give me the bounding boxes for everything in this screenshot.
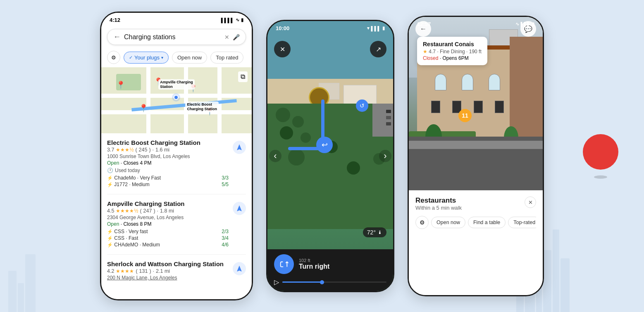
tree-2 [292, 116, 304, 128]
result-info-2: Ampville Charging Station 4.5 ★★★★½ (247… [107, 200, 229, 248]
wifi-icon-2: ▾ [367, 26, 370, 31]
nav-icon-1[interactable] [233, 141, 246, 154]
search-bar-container: Charging stations ✕ 🎤 [101, 26, 252, 48]
charger-row-2c: CHAdeMO · Medium 4/6 [107, 242, 229, 248]
popup-restaurant-name: Restaurant Conais [423, 41, 482, 47]
bp-filter-settings-icon[interactable]: ⚙ [415, 216, 429, 229]
dropdown-icon: ▾ [161, 55, 163, 60]
charger-row-1b: J1772 · Medium 5/5 [107, 182, 229, 187]
progress-fill [282, 281, 324, 283]
car-1 [386, 110, 391, 113]
svg-point-1 [593, 144, 608, 159]
street-view: 11 Restaurant Conais ★ 4.7 · Fine Dining… [409, 17, 543, 190]
phone2-status-icons: ▾ ▌▌▌ ▮ [367, 26, 385, 31]
bp-chip-top-rated[interactable]: Top-rated [508, 217, 536, 228]
phone2-status-bar: 10:00 ▾ ▌▌▌ ▮ [267, 21, 393, 34]
bp-chip-open-now[interactable]: Open now [431, 217, 465, 228]
phone3-time: 12:57 [417, 21, 431, 27]
phone3-status-icons: ∿ ▌▌▌ ▮ [515, 21, 534, 27]
result-item-1[interactable]: Electric Boost Charging Station 3.7 ★★★½… [107, 133, 246, 194]
phone1-status-bar: 4:12 ▌▌▌▌ ∿ ▮ [101, 13, 252, 26]
play-icon[interactable]: ▷ [274, 278, 279, 286]
clear-icon[interactable]: ✕ [224, 34, 229, 40]
bp-header: Restaurants Within a 5 min walk ✕ [415, 196, 536, 215]
filter-label-top-rated: Top rated [216, 54, 238, 61]
bp-chip-find-table[interactable]: Find a table [468, 217, 506, 228]
nav-turn-text: 102 ft Turn right [294, 258, 386, 270]
result-info-1: Electric Boost Charging Station 3.7 ★★★½… [107, 139, 229, 188]
car-3 [386, 122, 391, 125]
search-text: Charging stations [124, 33, 221, 41]
bp-filters: ⚙ Open now Find a table Top-rated More [415, 216, 536, 229]
nav-close-button[interactable]: ✕ [274, 41, 291, 57]
filter-label-your-plugs: Your plugs [134, 54, 160, 61]
restaurant-popup[interactable]: Restaurant Conais ★ 4.7 · Fine Dining · … [417, 37, 487, 65]
result-rating-row-3: 4.2 ★★★★ (131) · 2.1 mi [107, 268, 229, 274]
phone-3: 12:57 ∿ ▌▌▌ ▮ [408, 16, 544, 296]
charger-row-2b: CSS · Fast 3/4 [107, 235, 229, 241]
map-pin-1[interactable]: 📍 [116, 80, 125, 90]
result-info-3: Sherlock and Wattson Charging Station 4.… [107, 260, 229, 281]
tree-4 [301, 132, 311, 143]
battery-icon: ▮ [241, 17, 243, 23]
result-name-2: Ampville Charging Station [107, 200, 229, 207]
share-icon: ↗ [376, 45, 381, 53]
mic-icon[interactable]: 🎤 [233, 34, 240, 40]
filter-chip-your-plugs[interactable]: ✓ Your plugs ▾ [124, 52, 169, 64]
phone2-content: 10:00 ▾ ▌▌▌ ▮ [267, 21, 393, 291]
svg-point-0 [583, 134, 618, 170]
restaurant-badge[interactable]: 11 [458, 109, 472, 122]
car-2 [386, 116, 391, 119]
map-label-electric-boost: Electric BoostCharging Station [185, 102, 219, 112]
signal-icon: ▌▌▌▌ [221, 18, 234, 23]
charger-row-1a: ChadeMo · Very Fast 3/3 [107, 175, 229, 181]
filter-chip-open-now[interactable]: Open now [172, 52, 207, 64]
filter-label-open-now: Open now [177, 54, 202, 61]
result-name-3: Sherlock and Wattson Charging Station [107, 260, 229, 267]
phone1-time: 4:12 [110, 17, 120, 23]
phones-container: 4:12 ▌▌▌▌ ∿ ▮ Charging stations ✕ 🎤 ⚙ [100, 12, 544, 300]
wifi-icon: ∿ [236, 17, 239, 23]
svg-point-2 [594, 175, 607, 179]
search-bar[interactable]: Charging stations ✕ 🎤 [107, 29, 246, 45]
back-icon[interactable] [113, 33, 121, 41]
result-item-2[interactable]: Ampville Charging Station 4.5 ★★★★½ (247… [107, 194, 246, 255]
sv-right-building [510, 37, 543, 141]
temperature-badge: 72° 🌡 [363, 227, 386, 237]
nav-turn-button[interactable] [274, 254, 294, 274]
filter-chip-top-rated[interactable]: Top rated [210, 52, 243, 64]
nav-progress-bar-row: ▷ [274, 278, 386, 286]
nav-share-button[interactable]: ↗ [370, 41, 386, 57]
sv-sidewalk [409, 141, 543, 149]
phone-2: 10:00 ▾ ▌▌▌ ▮ [266, 20, 394, 292]
bp-subtitle: Within a 5 min walk [415, 205, 462, 211]
result-used-1: 🕐 Used today [107, 168, 229, 173]
result-address-2: 2304 George Avenue, Los Angeles [107, 215, 229, 220]
filter-settings-icon[interactable]: ⚙ [107, 51, 120, 64]
nav-icon-3[interactable] [233, 262, 246, 275]
result-address-3: 200 N Magic Lane, Los Angeles [107, 275, 229, 281]
tree-3 [280, 126, 293, 139]
user-location-dot [174, 95, 179, 100]
nav-prev-button[interactable]: ‹ [269, 150, 281, 162]
nav-icon-2[interactable] [233, 202, 246, 215]
reviews-1: ( [135, 147, 137, 153]
map-label-ampville: Ampville ChargingStation [158, 79, 195, 90]
progress-bar [282, 281, 386, 283]
map-area[interactable]: 📍 📍 📍 📍 📍 ⧉ Ampville ChargingStation Ele… [101, 67, 252, 133]
background-map-pin [582, 133, 619, 179]
results-list: Electric Boost Charging Station 3.7 ★★★½… [101, 133, 252, 299]
phone-1: 4:12 ▌▌▌▌ ∿ ▮ Charging stations ✕ 🎤 ⚙ [100, 12, 253, 300]
layers-button[interactable]: ⧉ [238, 71, 248, 82]
popup-detail: ★ 4.7 · Fine Dining · 190 ft [423, 49, 482, 54]
bp-close-button[interactable]: ✕ [525, 196, 536, 208]
nav-next-button[interactable]: › [379, 150, 391, 162]
phone1-status-icons: ▌▌▌▌ ∿ ▮ [221, 17, 243, 23]
result-item-3[interactable]: Sherlock and Wattson Charging Station 4.… [107, 255, 246, 287]
map-pin-4[interactable]: 📍 [139, 104, 148, 113]
charger-row-2a: CSS · Very fast 2/3 [107, 229, 229, 234]
signal-icon-2: ▌▌▌ [371, 26, 381, 31]
dot-1: · [153, 147, 154, 153]
turn-arrow-circle: ↩ [316, 137, 333, 153]
nav-controls: 102 ft Turn right ▷ [267, 249, 393, 291]
